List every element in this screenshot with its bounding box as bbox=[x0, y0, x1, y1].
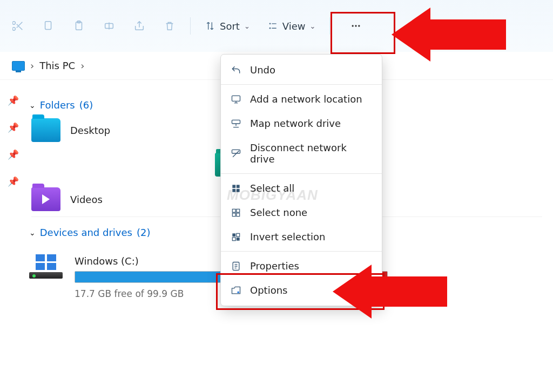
menu-select-none[interactable]: Select none bbox=[221, 200, 382, 225]
svg-rect-16 bbox=[232, 209, 235, 212]
chevron-right-icon: › bbox=[80, 60, 84, 71]
menu-separator bbox=[221, 251, 382, 252]
group-folders-label: Folders bbox=[40, 99, 75, 111]
windows-logo-icon bbox=[36, 254, 56, 270]
menu-invert-selection[interactable]: Invert selection bbox=[221, 225, 382, 249]
menu-separator bbox=[221, 173, 382, 174]
chevron-right-icon: › bbox=[30, 60, 34, 71]
menu-label: Add a network location bbox=[250, 93, 362, 105]
folder-icon bbox=[31, 187, 60, 211]
annotation-arrow-options bbox=[333, 265, 447, 319]
folder-icon bbox=[31, 118, 60, 142]
this-pc-icon bbox=[12, 61, 25, 71]
menu-label: Properties bbox=[250, 260, 299, 272]
watermark: MOBIGYAAN bbox=[227, 187, 318, 204]
clipboard-icon bbox=[73, 20, 85, 32]
menu-map-network-drive[interactable]: Map network drive bbox=[221, 111, 382, 136]
rename-button[interactable] bbox=[95, 14, 123, 38]
chevron-down-icon: ⌄ bbox=[310, 22, 316, 30]
svg-rect-17 bbox=[237, 209, 240, 212]
pin-icon[interactable]: 📌 bbox=[8, 149, 19, 160]
menu-label: Select none bbox=[250, 207, 307, 218]
svg-rect-19 bbox=[237, 213, 240, 216]
sort-icon bbox=[205, 21, 215, 31]
share-icon bbox=[133, 20, 145, 32]
menu-disconnect-network-drive[interactable]: Disconnect network drive bbox=[221, 136, 382, 171]
folder-label: Videos bbox=[70, 194, 103, 205]
group-folders-count: (6) bbox=[79, 99, 93, 111]
menu-label: Undo bbox=[250, 64, 275, 76]
group-drives-count: (2) bbox=[137, 227, 151, 238]
monitor-icon bbox=[231, 94, 241, 105]
share-button[interactable] bbox=[125, 14, 153, 38]
undo-icon bbox=[231, 65, 241, 76]
copy-icon bbox=[43, 20, 55, 32]
svg-rect-22 bbox=[232, 237, 235, 240]
chevron-down-icon: ⌄ bbox=[29, 228, 36, 237]
svg-rect-10 bbox=[232, 120, 240, 124]
menu-undo[interactable]: Undo bbox=[221, 58, 382, 82]
group-drives-label: Devices and drives bbox=[40, 227, 132, 238]
menu-add-network-location[interactable]: Add a network location bbox=[221, 87, 382, 111]
svg-rect-11 bbox=[232, 150, 240, 153]
rename-icon bbox=[103, 20, 115, 32]
svg-rect-18 bbox=[232, 213, 235, 216]
menu-label: Invert selection bbox=[250, 231, 326, 242]
svg-point-4 bbox=[269, 23, 271, 25]
pinned-column: 📌 📌 📌 📌 bbox=[0, 80, 26, 299]
svg-rect-9 bbox=[232, 96, 240, 101]
disconnect-drive-icon bbox=[231, 148, 241, 159]
svg-rect-21 bbox=[237, 233, 240, 236]
chevron-down-icon: ⌄ bbox=[244, 22, 250, 30]
properties-icon bbox=[231, 261, 241, 272]
folder-label: Desktop bbox=[70, 125, 110, 136]
trash-icon bbox=[164, 20, 176, 32]
svg-point-5 bbox=[269, 28, 271, 29]
sort-label: Sort bbox=[220, 21, 240, 32]
invert-selection-icon bbox=[231, 232, 241, 242]
svg-rect-0 bbox=[45, 22, 51, 30]
pin-icon[interactable]: 📌 bbox=[8, 95, 19, 106]
menu-label: Disconnect network drive bbox=[250, 142, 372, 165]
paste-button[interactable] bbox=[65, 14, 93, 38]
pin-icon[interactable]: 📌 bbox=[8, 176, 19, 187]
play-icon bbox=[42, 194, 50, 204]
drive-icon bbox=[29, 254, 63, 279]
copy-button[interactable] bbox=[35, 14, 63, 38]
select-none-icon bbox=[231, 207, 241, 218]
menu-separator bbox=[221, 84, 382, 85]
network-drive-icon bbox=[231, 118, 241, 129]
scissors-icon bbox=[12, 20, 24, 32]
menu-label: Map network drive bbox=[250, 118, 341, 129]
view-icon bbox=[267, 21, 278, 31]
view-label: View bbox=[282, 21, 306, 32]
annotation-arrow-more bbox=[392, 8, 506, 62]
delete-button[interactable] bbox=[156, 14, 184, 38]
pin-icon[interactable]: 📌 bbox=[8, 122, 19, 133]
annotation-highlight-more bbox=[331, 12, 395, 54]
toolbar-separator bbox=[190, 17, 191, 35]
folder-desktop[interactable]: Desktop bbox=[31, 118, 204, 142]
cut-button[interactable] bbox=[4, 14, 32, 38]
chevron-down-icon: ⌄ bbox=[29, 101, 36, 110]
svg-rect-20 bbox=[232, 233, 235, 236]
svg-rect-23 bbox=[237, 237, 240, 240]
view-button[interactable]: View ⌄ bbox=[260, 14, 323, 38]
breadcrumb-location: This PC bbox=[39, 60, 75, 71]
sort-button[interactable]: Sort ⌄ bbox=[197, 14, 258, 38]
